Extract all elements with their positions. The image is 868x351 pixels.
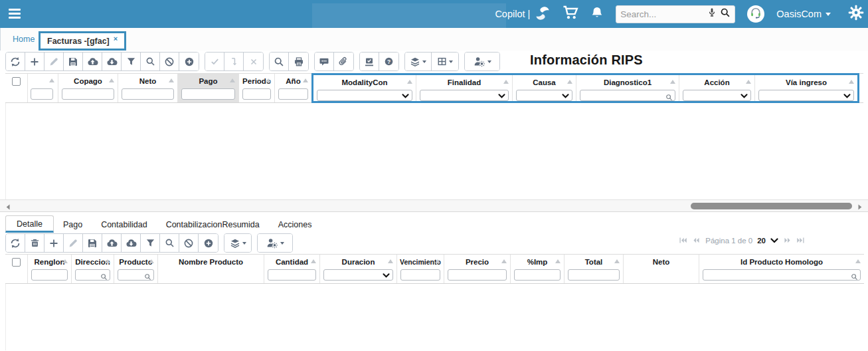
filter-input[interactable] <box>31 269 68 281</box>
column-header[interactable]: Diagnostico1 <box>576 75 679 89</box>
sort-icon[interactable] <box>149 259 154 263</box>
sort-icon[interactable] <box>62 259 68 263</box>
zoom-search-button[interactable] <box>270 53 289 70</box>
mic-icon[interactable] <box>707 7 717 21</box>
filter-input[interactable] <box>181 88 235 100</box>
filter-lookup-input[interactable] <box>118 269 154 281</box>
search-records-button[interactable] <box>160 234 179 252</box>
column-header[interactable]: Finalidad <box>416 75 512 89</box>
search-icon[interactable] <box>720 7 731 21</box>
user-settings-menu-button[interactable] <box>465 53 499 70</box>
filter-input[interactable] <box>400 269 440 281</box>
column-header[interactable]: Producto <box>114 255 157 269</box>
edit-button[interactable] <box>64 234 83 252</box>
horizontal-scrollbar[interactable] <box>0 199 868 212</box>
sort-icon[interactable] <box>567 80 572 84</box>
prev-page-icon[interactable] <box>692 236 701 245</box>
sort-icon[interactable] <box>105 259 110 263</box>
help-button[interactable] <box>379 53 398 70</box>
scroll-right-icon[interactable] <box>855 202 864 214</box>
bell-icon[interactable] <box>590 6 604 22</box>
sort-icon[interactable] <box>501 259 507 263</box>
sort-icon[interactable] <box>407 80 412 84</box>
column-header[interactable]: Año <box>275 74 311 88</box>
cloud-upload-button[interactable] <box>83 53 102 70</box>
select-all-checkbox[interactable] <box>12 77 21 86</box>
column-header[interactable]: Total <box>564 255 623 269</box>
save-button[interactable] <box>64 53 83 70</box>
column-header[interactable] <box>28 74 58 88</box>
column-header[interactable]: Causa <box>513 75 576 89</box>
column-header[interactable]: Neto <box>118 74 177 88</box>
filter-input[interactable] <box>62 88 114 100</box>
save-button[interactable] <box>83 234 102 252</box>
tab-pago[interactable]: Pago <box>54 217 92 233</box>
page-size-value[interactable]: 20 <box>757 237 766 245</box>
user-menu[interactable]: OasisCom <box>776 9 831 19</box>
sort-icon[interactable] <box>855 259 861 263</box>
select-all-checkbox[interactable] <box>12 258 21 267</box>
sort-icon[interactable] <box>435 259 440 263</box>
search-records-button[interactable] <box>141 53 160 70</box>
column-header[interactable]: Copago <box>58 74 118 88</box>
filter-input[interactable] <box>31 88 53 100</box>
user-settings-menu-button[interactable] <box>258 234 292 252</box>
refresh-button[interactable] <box>6 234 25 252</box>
cloud-upload-button[interactable] <box>102 234 122 252</box>
print-button[interactable] <box>289 53 308 70</box>
sort-icon[interactable] <box>503 80 509 84</box>
column-header[interactable]: Pago <box>178 74 238 88</box>
inbox-check-button[interactable] <box>360 53 379 70</box>
filter-lookup-input[interactable] <box>75 269 110 281</box>
add-circle-button[interactable] <box>179 53 199 70</box>
sort-icon[interactable] <box>230 78 235 82</box>
column-header[interactable]: Vencimiento <box>397 255 444 269</box>
block-button[interactable] <box>160 53 179 70</box>
filter-select[interactable] <box>323 269 393 281</box>
attachment-button[interactable] <box>334 53 353 70</box>
cloud-download-button[interactable] <box>122 234 141 252</box>
filter-input[interactable] <box>514 269 561 281</box>
close-icon[interactable]: × <box>114 35 118 43</box>
page-size-chevron-icon[interactable] <box>770 237 778 244</box>
column-header[interactable]: Cantidad <box>264 255 319 269</box>
column-header[interactable]: Neto <box>624 255 699 269</box>
column-header[interactable]: Direccion <box>72 255 114 269</box>
cart-icon[interactable] <box>563 5 578 23</box>
column-header[interactable]: %Imp <box>511 255 564 269</box>
column-header[interactable]: Renglon <box>28 255 71 269</box>
filter-lookup-input[interactable] <box>703 269 861 281</box>
sort-icon[interactable] <box>614 259 620 263</box>
refresh-button[interactable] <box>6 53 25 70</box>
edit-button[interactable] <box>44 53 64 70</box>
add-button[interactable] <box>44 234 64 252</box>
sort-icon[interactable] <box>670 80 675 84</box>
tab-home[interactable]: Home <box>13 35 35 44</box>
confirm-button[interactable] <box>205 53 224 70</box>
layers-menu-button[interactable] <box>224 234 251 252</box>
scrollbar-thumb[interactable] <box>691 203 852 209</box>
column-header[interactable]: Acción <box>679 75 754 89</box>
column-header[interactable]: Id Producto Homologo <box>699 255 864 269</box>
column-header[interactable]: ModalityCon <box>313 75 416 89</box>
delete-button[interactable] <box>25 234 44 252</box>
filter-lookup-input[interactable] <box>580 90 675 101</box>
tab-contabilidad[interactable]: Contabilidad <box>92 217 157 233</box>
column-header[interactable]: Duracion <box>320 255 396 269</box>
filter-select[interactable] <box>683 90 751 101</box>
sort-icon[interactable] <box>266 78 271 82</box>
filter-select[interactable] <box>317 90 412 101</box>
sort-icon[interactable] <box>303 78 308 82</box>
filter-input[interactable] <box>242 88 271 100</box>
add-circle-button[interactable] <box>199 234 218 252</box>
tab-facturas[interactable]: Facturas -[gfac] × <box>39 31 126 51</box>
column-header[interactable]: Vía ingreso <box>755 75 857 89</box>
column-header[interactable]: Periodo <box>239 74 274 88</box>
sort-icon[interactable] <box>849 80 854 84</box>
gear-icon[interactable] <box>848 5 864 23</box>
user-avatar[interactable] <box>747 5 764 23</box>
filter-button[interactable] <box>141 234 160 252</box>
grid-menu-button[interactable] <box>432 53 458 70</box>
sort-icon[interactable] <box>746 80 751 84</box>
cloud-download-button[interactable] <box>102 53 122 70</box>
